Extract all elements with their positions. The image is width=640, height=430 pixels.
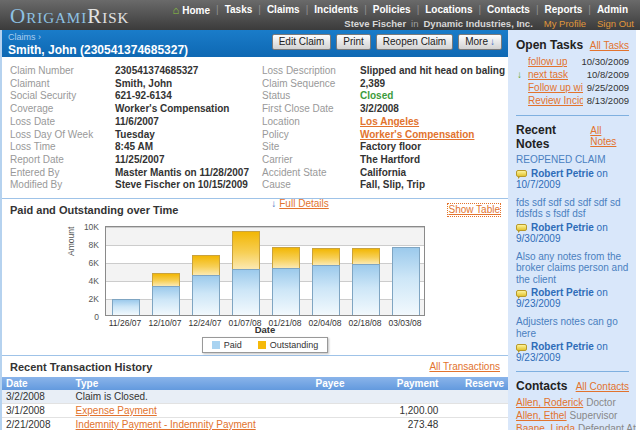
detail-row-loss-description: Loss DescriptionSlipped and hit head on …	[262, 65, 506, 78]
cell-date: 3/2/2008	[2, 390, 72, 404]
note-item: REOPENED CLAIMRobert Petrie on 10/7/2009	[516, 154, 629, 190]
edit-claim-button[interactable]: Edit Claim	[272, 34, 332, 50]
contact-link-baane-linda[interactable]: Baane, Linda	[516, 423, 575, 430]
task-link-follow-up[interactable]: follow up	[528, 55, 567, 68]
all-contacts-link[interactable]: All Contacts	[576, 381, 629, 392]
detail-value-claimant: Smith, John	[115, 78, 172, 91]
task-due-date: 9/25/2009	[587, 81, 629, 94]
bar-12-24-07	[192, 255, 220, 315]
nav-item-admin[interactable]: Admin	[591, 4, 634, 15]
contact-role: Doctor	[586, 397, 615, 408]
legend-item-paid: Paid	[212, 340, 242, 350]
detail-value-accident-state: California	[360, 167, 406, 180]
contact-link-allen-roderick[interactable]: Allen, Roderick	[516, 397, 583, 408]
note-bubble-icon	[516, 170, 527, 177]
detail-row-report-date: Report Date11/25/2007	[10, 154, 262, 167]
bar-segment-outstanding	[312, 248, 340, 265]
bar-segment-paid	[392, 247, 420, 315]
nav-item-reports[interactable]: Reports	[538, 4, 588, 15]
transactions-table: DateTypePayeePaymentReserve 3/2/2008Clai…	[2, 377, 508, 430]
chart-plot-area	[105, 226, 425, 316]
detail-label: Social Security	[10, 90, 115, 103]
transaction-link[interactable]: Indemnity Payment - Indemnity Payment	[76, 419, 256, 430]
nav-item-home[interactable]: ⌂Home	[167, 4, 216, 16]
detail-row-claim-sequence: Claim Sequence2,389	[262, 78, 506, 91]
all-tasks-link[interactable]: All Tasks	[590, 40, 629, 51]
nav-item-contacts[interactable]: Contacts	[481, 4, 536, 15]
contact-link-allen-ethel[interactable]: Allen, Ethel	[516, 410, 567, 421]
detail-row-loss-time: Loss Time8:45 AM	[10, 141, 262, 154]
nav-item-locations[interactable]: Locations	[419, 4, 478, 15]
detail-row-loss-date: Loss Date11/6/2007	[10, 116, 262, 129]
recent-notes-title: Recent Notes	[516, 123, 590, 151]
cell-payee	[260, 404, 349, 418]
main-content: Claims › Smith, John (230541374685327) E…	[0, 30, 508, 430]
task-link-follow-up-with-claimant[interactable]: Follow up with Claimant	[528, 81, 583, 94]
note-author-name[interactable]: Robert Petrie	[531, 222, 594, 233]
note-text: Adjusters notes can go here	[516, 316, 629, 339]
note-author-line: Robert Petrie on 9/23/2009	[516, 287, 629, 309]
column-header-reserve[interactable]: Reserve	[442, 377, 508, 390]
detail-value-cause: Fall, Slip, Trip	[360, 179, 425, 192]
detail-row-site: SiteFactory floor	[262, 141, 506, 154]
column-header-payee[interactable]: Payee	[260, 377, 349, 390]
detail-label: Loss Date	[10, 116, 115, 129]
sign-out-link[interactable]: Sign Out	[597, 18, 634, 29]
task-row: ↓next task10/8/2009	[516, 68, 629, 81]
y-tick-label: 4K	[89, 276, 99, 286]
breadcrumb[interactable]: Claims ›	[8, 32, 188, 42]
green-arrow-icon: ↓	[517, 68, 522, 81]
note-author-name[interactable]: Robert Petrie	[531, 168, 594, 179]
detail-label: Coverage	[10, 103, 115, 116]
print-button[interactable]: Print	[336, 34, 371, 50]
detail-label: Cause	[262, 179, 360, 192]
column-header-payment[interactable]: Payment	[348, 377, 442, 390]
cell-type[interactable]: Indemnity Payment - Indemnity Payment	[72, 418, 260, 430]
task-due-date: 10/30/2009	[581, 55, 629, 68]
bar-03-03-08	[392, 247, 420, 315]
note-author-name[interactable]: Robert Petrie	[531, 287, 594, 298]
transaction-link[interactable]: Expense Payment	[76, 405, 157, 416]
task-link-review-incident-report[interactable]: Review Incident Report	[528, 94, 583, 107]
detail-value-loss-time: 8:45 AM	[115, 141, 153, 154]
bar-segment-outstanding	[232, 231, 260, 269]
detail-label: Report Date	[10, 154, 115, 167]
detail-label: Status	[262, 90, 360, 103]
bar-11-26-07	[112, 299, 140, 315]
detail-row-coverage: CoverageWorker's Compensation	[10, 103, 262, 116]
nav-item-tasks[interactable]: Tasks	[219, 4, 259, 15]
bar-segment-paid	[232, 269, 260, 315]
all-notes-link[interactable]: All Notes	[590, 125, 629, 147]
detail-value-location[interactable]: Los Angeles	[360, 116, 419, 129]
my-profile-link[interactable]: My Profile	[544, 18, 586, 29]
table-row: 2/21/2008Indemnity Payment - Indemnity P…	[2, 418, 508, 430]
note-item: Adjusters notes can go hereRobert Petrie…	[516, 316, 629, 363]
task-due-date: 8/13/2009	[587, 94, 629, 107]
cell-type: Claim is Closed.	[72, 390, 260, 404]
x-axis-title: Date	[105, 324, 425, 335]
nav-item-claims[interactable]: Claims	[261, 4, 306, 15]
detail-label: Entered By	[10, 167, 115, 180]
contacts-list: Allen, RoderickDoctorAllen, EthelSupervi…	[516, 396, 629, 430]
detail-value-policy[interactable]: Worker's Compensation	[360, 129, 474, 142]
reopen-claim-button[interactable]: Reopen Claim	[376, 34, 453, 50]
column-header-date[interactable]: Date	[2, 377, 72, 390]
detail-row-claim-number: Claim Number230541374685327	[10, 65, 262, 78]
detail-row-accident-state: Accident StateCalifornia	[262, 167, 506, 180]
show-table-link[interactable]: Show Table	[448, 204, 500, 216]
origami-risk-logo[interactable]: OrigamiRisk	[0, 0, 129, 30]
task-link-next-task[interactable]: next task	[528, 68, 568, 81]
nav-item-policies[interactable]: Policies	[367, 4, 417, 15]
bar-segment-outstanding	[272, 247, 300, 268]
detail-value-modified-by: Steve Fischer on 10/15/2009	[115, 179, 248, 192]
cell-type[interactable]: Expense Payment	[72, 404, 260, 418]
more-button[interactable]: More↓	[458, 34, 502, 50]
nav-item-incidents[interactable]: Incidents	[308, 4, 364, 15]
detail-row-modified-by: Modified BySteve Fischer on 10/15/2009	[10, 179, 262, 192]
column-header-type[interactable]: Type	[72, 377, 260, 390]
note-author-name[interactable]: Robert Petrie	[531, 341, 594, 352]
contact-role: Supervisor	[570, 410, 618, 421]
all-transactions-link[interactable]: All Transactions	[429, 361, 500, 373]
note-author-line: Robert Petrie on 9/30/2009	[516, 222, 629, 244]
detail-row-social-security: Social Security621-92-6134	[10, 90, 262, 103]
